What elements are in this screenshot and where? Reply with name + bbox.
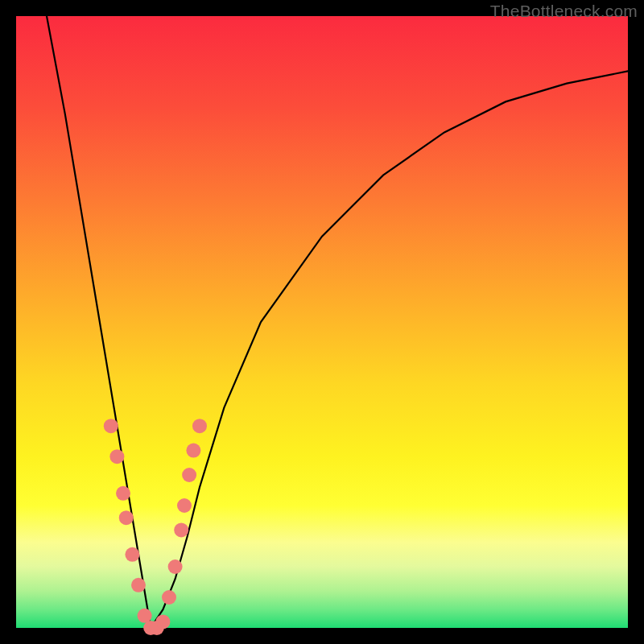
marker-dot [182,468,196,482]
marker-dot [104,419,118,433]
marker-dot [116,486,130,501]
marker-dot [174,522,188,537]
marker-dot [168,559,183,574]
marker-dot [155,614,170,629]
marker-dot [125,547,139,562]
marker-dot [119,510,134,525]
outer-frame: TheBottleneck.com [0,0,644,644]
marker-group [104,419,207,635]
curve-layer [16,16,628,628]
marker-dot [186,444,200,458]
marker-dot [177,498,192,513]
watermark-text: TheBottleneck.com [490,2,638,21]
marker-dot [162,590,176,605]
marker-dot [131,578,146,592]
bottleneck-curve [47,16,628,628]
marker-dot [109,449,124,464]
marker-dot [192,419,207,433]
